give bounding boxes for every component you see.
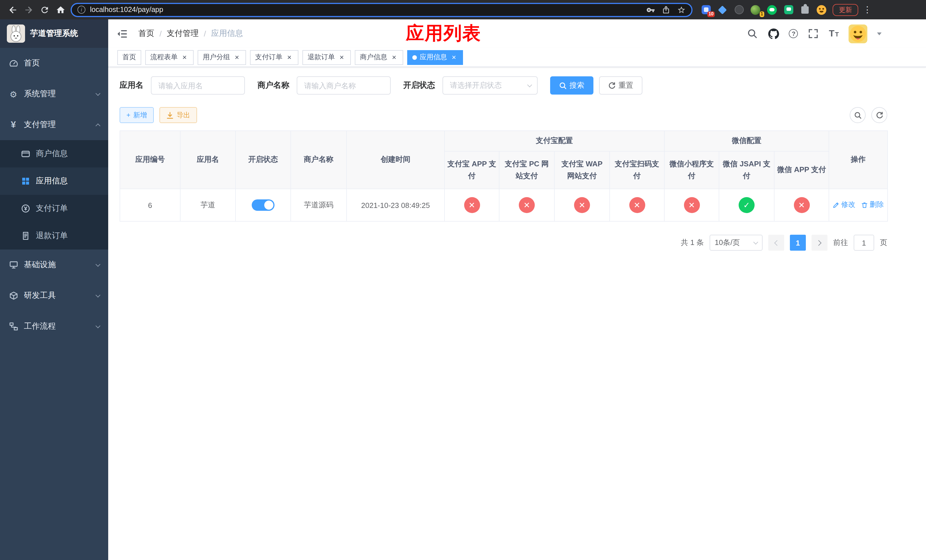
page-content: 应用名 商户名称 开启状态 请选择开启状态 搜索 [108, 67, 926, 560]
browser-update-button[interactable]: 更新 [832, 4, 858, 16]
breadcrumb-payment[interactable]: 支付管理 [167, 29, 199, 39]
avatar-caret-icon[interactable] [877, 32, 882, 38]
share-icon[interactable] [662, 5, 670, 14]
address-bar[interactable]: i localhost:1024/pay/app [71, 3, 693, 17]
tab-close-icon[interactable]: × [338, 53, 346, 61]
edit-link[interactable]: 修改 [832, 200, 855, 210]
extension-icon-diamond[interactable] [717, 4, 728, 15]
status-select[interactable]: 请选择开启状态 [442, 76, 538, 95]
password-key-icon[interactable] [646, 5, 655, 14]
col-header-merchant: 商户名称 [291, 131, 346, 189]
search-button[interactable]: 搜索 [550, 76, 593, 95]
prev-page-button[interactable] [768, 235, 784, 251]
jump-prefix: 前往 [833, 238, 848, 248]
col-header-wx-jsapi: 微信 JSAPI 支付 [719, 151, 774, 189]
sidebar-item-dev-tools[interactable]: 研发工具 [0, 280, 108, 311]
sidebar-item-payment[interactable]: ¥ 支付管理 [0, 109, 108, 140]
current-page-button[interactable]: 1 [790, 235, 806, 251]
pagination-total: 共 1 条 [681, 238, 704, 248]
row-enabled-toggle[interactable] [252, 200, 274, 211]
sidebar-subitem-label: 商户信息 [36, 149, 68, 159]
wx-mini-status-icon: ✕ [684, 197, 700, 213]
sidebar-item-home[interactable]: 首页 [0, 48, 108, 79]
github-icon[interactable] [768, 28, 779, 39]
tag-app-info[interactable]: 应用信息× [407, 50, 463, 65]
extension-badge: 10 [707, 11, 715, 17]
plus-icon: + [126, 111, 130, 119]
sidebar-item-infrastructure[interactable]: 基础设施 [0, 250, 108, 280]
extension-icon-chat[interactable] [783, 4, 794, 15]
next-page-button[interactable] [811, 235, 828, 251]
tag-payment-order[interactable]: 支付订单× [250, 50, 298, 65]
font-size-icon[interactable]: TT [829, 29, 839, 39]
wx-app-status-icon: ✕ [794, 197, 809, 213]
extension-icon-wechat[interactable] [767, 4, 777, 15]
page-jump-input[interactable] [854, 235, 874, 251]
refresh-table-button[interactable] [872, 107, 887, 123]
tag-refund-order[interactable]: 退款订单× [303, 50, 351, 65]
payment-submenu: 商户信息 应用信息 支付订单 退款订单 [0, 140, 108, 250]
chevron-down-icon [754, 239, 758, 244]
app-logo [7, 24, 25, 43]
status-label: 开启状态 [403, 80, 435, 91]
chevron-down-icon [96, 323, 100, 328]
bookmark-star-icon[interactable] [677, 5, 686, 14]
chevron-down-icon [96, 262, 100, 266]
add-button[interactable]: + 新增 [120, 107, 154, 123]
sidebar-item-label: 工作流程 [24, 321, 56, 331]
fullscreen-icon[interactable] [808, 28, 819, 39]
extension-icon-shield[interactable]: 10 [701, 4, 711, 15]
tag-home[interactable]: 首页 [117, 50, 141, 65]
user-avatar[interactable] [849, 24, 867, 43]
extension-icon-dark-circle[interactable] [734, 4, 744, 15]
url-text: localhost:1024/pay/app [90, 6, 642, 14]
browser-home-button[interactable] [52, 2, 68, 18]
sidebar-item-label: 基础设施 [24, 260, 56, 270]
browser-menu-icon[interactable]: ⋮ [863, 5, 872, 15]
delete-link[interactable]: 删除 [861, 200, 884, 210]
merchant-name-input[interactable] [297, 76, 391, 95]
help-icon[interactable]: ? [789, 29, 798, 38]
sidebar-subitem-refund-order[interactable]: 退款订单 [0, 222, 108, 250]
chevron-up-icon [96, 123, 100, 128]
app-logo-row[interactable]: 芋道管理系统 [0, 20, 108, 48]
sidebar-item-system[interactable]: ⚙ 系统管理 [0, 79, 108, 109]
wechat-config-group-header: 微信配置 [664, 131, 829, 151]
extension-icon-profile[interactable]: 1 [750, 4, 761, 15]
tag-user-group[interactable]: 用户分组× [198, 50, 246, 65]
merchant-card-icon [21, 149, 30, 159]
col-header-alipay-pc: 支付宝 PC 网站支付 [499, 151, 554, 189]
apps-table: 应用编号 应用名 开启状态 商户名称 创建时间 支付宝配置 微信配置 操作 支付… [120, 130, 888, 222]
tab-close-icon[interactable]: × [390, 53, 398, 61]
browser-forward-button[interactable] [21, 2, 36, 18]
cell-status [236, 189, 291, 221]
cell-actions: 修改 删除 [829, 189, 888, 221]
app-name-input[interactable] [151, 76, 245, 95]
tab-close-icon[interactable]: × [450, 53, 458, 61]
header-search-icon[interactable] [747, 28, 758, 39]
toggle-search-button[interactable] [850, 107, 865, 123]
breadcrumb-home[interactable]: 首页 [138, 29, 154, 39]
page-size-select[interactable]: 10条/页 [710, 235, 763, 251]
export-button[interactable]: 导出 [159, 107, 197, 123]
page-info-icon[interactable]: i [77, 6, 85, 14]
browser-back-button[interactable] [5, 2, 21, 18]
extensions-puzzle-icon[interactable] [800, 4, 810, 15]
breadcrumb-separator: / [204, 29, 206, 38]
dev-tools-icon [9, 291, 18, 301]
tab-close-icon[interactable]: × [285, 53, 293, 61]
sidebar-item-workflow[interactable]: 工作流程 [0, 311, 108, 342]
browser-refresh-button[interactable] [36, 2, 52, 18]
tag-merchant-info[interactable]: 商户信息× [355, 50, 403, 65]
sidebar-subitem-merchant-info[interactable]: 商户信息 [0, 140, 108, 168]
tab-close-icon[interactable]: × [233, 53, 241, 61]
col-header-app-id: 应用编号 [120, 131, 180, 189]
sidebar-collapse-icon[interactable] [116, 28, 128, 39]
extension-icon-emoji[interactable] [816, 4, 827, 15]
sidebar-subitem-payment-order[interactable]: 支付订单 [0, 195, 108, 222]
tag-process-form[interactable]: 流程表单× [145, 50, 194, 65]
reset-button[interactable]: 重置 [599, 76, 642, 95]
sidebar-subitem-app-info[interactable]: 应用信息 [0, 168, 108, 195]
tab-close-icon[interactable]: × [180, 53, 189, 61]
sidebar-menu: 首页 ⚙ 系统管理 ¥ 支付管理 商户信息 [0, 48, 108, 342]
